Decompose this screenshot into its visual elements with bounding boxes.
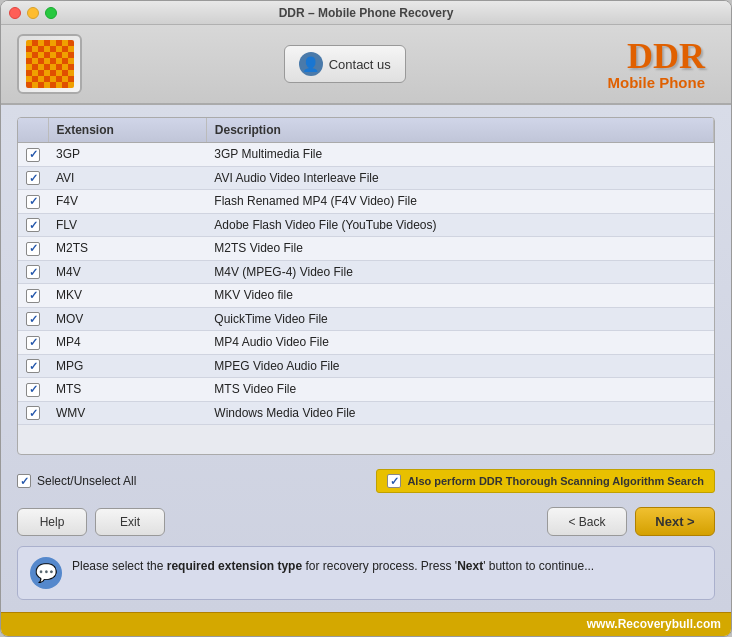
minimize-button[interactable]	[27, 7, 39, 19]
action-buttons-row: Help Exit < Back Next >	[17, 507, 715, 536]
row-description: 3GP Multimedia File	[206, 143, 713, 167]
row-check-cell[interactable]	[18, 378, 48, 402]
row-checkbox[interactable]	[26, 148, 40, 162]
contact-icon: 👤	[299, 52, 323, 76]
row-check-cell[interactable]	[18, 401, 48, 425]
row-checkbox[interactable]	[26, 312, 40, 326]
close-button[interactable]	[9, 7, 21, 19]
next-button[interactable]: Next >	[635, 507, 715, 536]
row-description: M4V (MPEG-4) Video File	[206, 260, 713, 284]
col-check	[18, 118, 48, 143]
main-content: Extension Description 3GP3GP Multimedia …	[1, 105, 731, 612]
row-extension: MTS	[48, 378, 206, 402]
exit-button[interactable]: Exit	[95, 508, 165, 536]
table-row: FLVAdobe Flash Video File (YouTube Video…	[18, 213, 714, 237]
info-message: Please select the required extension typ…	[72, 559, 594, 573]
row-description: Adobe Flash Video File (YouTube Videos)	[206, 213, 713, 237]
row-check-cell[interactable]	[18, 284, 48, 308]
row-description: MKV Video file	[206, 284, 713, 308]
row-check-cell[interactable]	[18, 331, 48, 355]
title-bar: DDR – Mobile Phone Recovery	[1, 1, 731, 25]
file-type-table: Extension Description 3GP3GP Multimedia …	[17, 117, 715, 455]
contact-label: Contact us	[329, 57, 391, 72]
table-row: MKVMKV Video file	[18, 284, 714, 308]
ddr-scan-checkbox[interactable]	[387, 474, 401, 488]
bottom-bar: Select/Unselect All Also perform DDR Tho…	[17, 465, 715, 497]
row-extension: F4V	[48, 190, 206, 214]
table-row: MOVQuickTime Video File	[18, 307, 714, 331]
row-check-cell[interactable]	[18, 143, 48, 167]
row-description: MP4 Audio Video File	[206, 331, 713, 355]
row-extension: MPG	[48, 354, 206, 378]
row-extension: MOV	[48, 307, 206, 331]
app-logo	[17, 34, 82, 94]
ddr-scanning-area[interactable]: Also perform DDR Thorough Scanning Algor…	[376, 469, 715, 493]
row-checkbox[interactable]	[26, 359, 40, 373]
row-extension: M2TS	[48, 237, 206, 261]
row-description: M2TS Video File	[206, 237, 713, 261]
row-check-cell[interactable]	[18, 260, 48, 284]
ddr-scan-label: Also perform DDR Thorough Scanning Algor…	[407, 475, 704, 487]
table-header: Extension Description	[18, 118, 714, 143]
brand-main-text: DDR	[608, 38, 706, 74]
row-check-cell[interactable]	[18, 166, 48, 190]
row-extension: WMV	[48, 401, 206, 425]
right-buttons: < Back Next >	[547, 507, 715, 536]
select-all-area[interactable]: Select/Unselect All	[17, 474, 136, 488]
row-checkbox[interactable]	[26, 406, 40, 420]
window-title: DDR – Mobile Phone Recovery	[279, 6, 454, 20]
row-extension: 3GP	[48, 143, 206, 167]
table-row: 3GP3GP Multimedia File	[18, 143, 714, 167]
table-row: M4VM4V (MPEG-4) Video File	[18, 260, 714, 284]
row-description: QuickTime Video File	[206, 307, 713, 331]
back-button[interactable]: < Back	[547, 507, 627, 536]
row-checkbox[interactable]	[26, 383, 40, 397]
select-all-checkbox[interactable]	[17, 474, 31, 488]
row-check-cell[interactable]	[18, 213, 48, 237]
row-check-cell[interactable]	[18, 307, 48, 331]
col-description: Description	[206, 118, 713, 143]
table-row: WMVWindows Media Video File	[18, 401, 714, 425]
row-description: MTS Video File	[206, 378, 713, 402]
row-checkbox[interactable]	[26, 171, 40, 185]
contact-button[interactable]: 👤 Contact us	[284, 45, 406, 83]
row-checkbox[interactable]	[26, 218, 40, 232]
table-row: AVIAVI Audio Video Interleave File	[18, 166, 714, 190]
left-buttons: Help Exit	[17, 508, 165, 536]
maximize-button[interactable]	[45, 7, 57, 19]
row-check-cell[interactable]	[18, 190, 48, 214]
row-extension: MKV	[48, 284, 206, 308]
row-checkbox[interactable]	[26, 336, 40, 350]
row-extension: AVI	[48, 166, 206, 190]
info-bar: 💬 Please select the required extension t…	[17, 546, 715, 600]
table-row: MTSMTS Video File	[18, 378, 714, 402]
app-window: DDR – Mobile Phone Recovery 👤 Contact us…	[0, 0, 732, 637]
footer-url: www.Recoverybull.com	[587, 617, 721, 631]
row-description: MPEG Video Audio File	[206, 354, 713, 378]
traffic-lights	[9, 7, 57, 19]
table-row: MP4MP4 Audio Video File	[18, 331, 714, 355]
col-extension: Extension	[48, 118, 206, 143]
row-checkbox[interactable]	[26, 242, 40, 256]
footer: www.Recoverybull.com	[1, 612, 731, 636]
brand-area: DDR Mobile Phone	[608, 38, 706, 91]
select-all-label: Select/Unselect All	[37, 474, 136, 488]
table-row: M2TSM2TS Video File	[18, 237, 714, 261]
header: 👤 Contact us DDR Mobile Phone	[1, 25, 731, 105]
row-check-cell[interactable]	[18, 354, 48, 378]
row-checkbox[interactable]	[26, 289, 40, 303]
row-checkbox[interactable]	[26, 265, 40, 279]
logo-icon	[26, 40, 74, 88]
row-description: Windows Media Video File	[206, 401, 713, 425]
brand-sub-text: Mobile Phone	[608, 74, 706, 91]
info-text: Please select the required extension typ…	[72, 557, 594, 575]
row-checkbox[interactable]	[26, 195, 40, 209]
row-extension: M4V	[48, 260, 206, 284]
row-description: AVI Audio Video Interleave File	[206, 166, 713, 190]
row-description: Flash Renamed MP4 (F4V Video) File	[206, 190, 713, 214]
help-button[interactable]: Help	[17, 508, 87, 536]
table-row: MPGMPEG Video Audio File	[18, 354, 714, 378]
table-row: F4VFlash Renamed MP4 (F4V Video) File	[18, 190, 714, 214]
row-check-cell[interactable]	[18, 237, 48, 261]
row-extension: MP4	[48, 331, 206, 355]
